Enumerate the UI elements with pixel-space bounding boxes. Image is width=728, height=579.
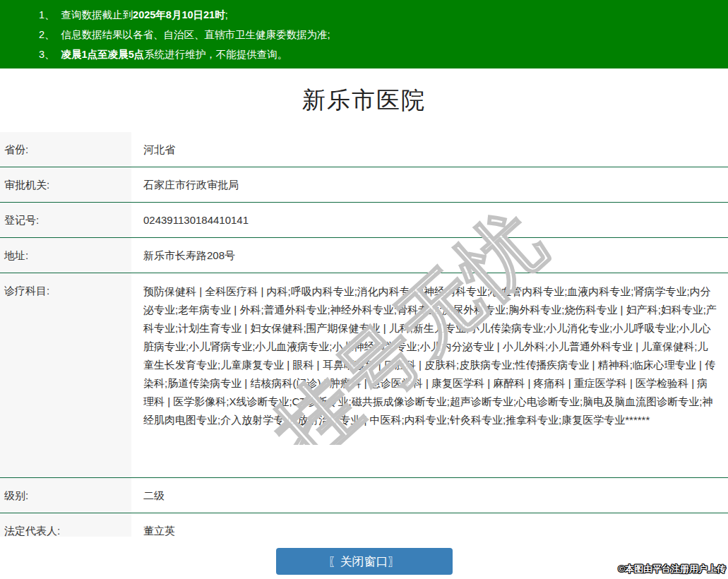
table-row-address: 地址: 新乐市长寿路208号 <box>0 237 728 273</box>
row-value: 024391130184410141 <box>131 203 728 237</box>
row-value: 新乐市长寿路208号 <box>131 238 728 273</box>
row-value: 河北省 <box>131 132 728 167</box>
table-row-registration-number: 登记号: 024391130184410141 <box>0 202 728 237</box>
hospital-info-page: 1、查询数据截止到2025年8月10日21时; 2、信息数据结果以各省、自治区、… <box>0 0 728 579</box>
row-label: 省份: <box>0 132 131 167</box>
notice-line-2: 2、信息数据结果以各省、自治区、直辖市卫生健康委数据为准; <box>39 25 714 44</box>
notice-text: 查询数据截止到 <box>61 9 133 20</box>
notice-text: 系统进行维护，不能提供查询。 <box>144 49 287 60</box>
page-title: 新乐市医院 <box>302 85 426 117</box>
row-label: 级别: <box>0 478 131 513</box>
close-window-button[interactable]: 〖关闭窗口〗 <box>276 548 453 575</box>
notice-banner: 1、查询数据截止到2025年8月10日21时; 2、信息数据结果以各省、自治区、… <box>0 0 728 68</box>
table-row-level: 级别: 二级 <box>0 477 728 513</box>
table-row-approval-authority: 审批机关: 石家庄市行政审批局 <box>0 167 728 202</box>
info-table: 省份: 河北省 审批机关: 石家庄市行政审批局 登记号: 02439113018… <box>0 132 728 548</box>
notice-text-bold: 2025年8月10日21时 <box>133 9 225 20</box>
notice-number: 3、 <box>39 49 55 60</box>
row-value: 二级 <box>131 478 728 513</box>
footer: 〖关闭窗口〗 <box>0 537 728 579</box>
notice-text: ; <box>225 9 228 20</box>
notice-line-1: 1、查询数据截止到2025年8月10日21时; <box>39 5 714 25</box>
notice-number: 1、 <box>39 9 55 20</box>
row-value: 预防保健科 | 全科医疗科 | 内科;呼吸内科专业;消化内科专业;神经内科专业;… <box>131 273 728 477</box>
table-row-province: 省份: 河北省 <box>0 132 728 167</box>
row-label: 诊疗科目: <box>0 273 131 477</box>
notice-line-3: 3、凌晨1点至凌晨5点系统进行维护，不能提供查询。 <box>39 44 714 64</box>
row-value: 石家庄市行政审批局 <box>131 167 728 202</box>
row-label: 审批机关: <box>0 167 131 202</box>
notice-text-bold: 凌晨1点至凌晨5点 <box>61 49 145 60</box>
notice-text: 信息数据结果以各省、自治区、直辖市卫生健康委数据为准; <box>61 29 330 40</box>
title-section: 新乐市医院 <box>0 68 728 132</box>
row-label: 登记号: <box>0 203 131 237</box>
table-row-medical-subjects: 诊疗科目: 预防保健科 | 全科医疗科 | 内科;呼吸内科专业;消化内科专业;神… <box>0 273 728 477</box>
row-label: 地址: <box>0 238 131 273</box>
notice-number: 2、 <box>39 29 55 40</box>
